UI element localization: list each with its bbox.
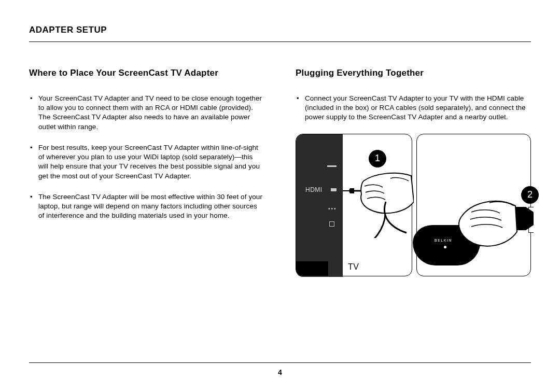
list-item: For best results, keep your ScreenCast T… [29, 143, 264, 181]
left-bullet-list: Your ScreenCast TV Adapter and TV need t… [29, 94, 264, 220]
list-item: The ScreenCast TV Adapter will be most e… [29, 192, 264, 221]
adapter-led-icon [444, 246, 446, 248]
page-number: 4 [29, 368, 531, 376]
section-header: ADAPTER SETUP [29, 25, 531, 35]
tv-label: TV [348, 262, 359, 272]
svg-rect-1 [531, 212, 534, 215]
footer-rule [29, 362, 531, 363]
svg-rect-2 [531, 221, 534, 224]
tv-base [296, 261, 328, 276]
left-column: Where to Place Your ScreenCast TV Adapte… [29, 68, 264, 362]
hand-holding-plug-icon [456, 197, 534, 264]
tv-hdmi-port [331, 188, 337, 191]
adapter-brand-label: BELKIN [435, 239, 452, 242]
right-column: Plugging Everything Together Connect you… [296, 68, 531, 362]
page-footer: 4 [29, 362, 531, 376]
content-columns: Where to Place Your ScreenCast TV Adapte… [29, 68, 531, 362]
hdmi-label: HDMI [305, 186, 323, 193]
list-item: Connect your ScreenCast TV Adapter to yo… [296, 94, 531, 122]
tv-port-icon [329, 221, 334, 227]
list-item: Your ScreenCast TV Adapter and TV need t… [29, 94, 264, 132]
step-badge-1: 1 [369, 150, 386, 167]
tv-port [327, 165, 337, 167]
setup-diagram: ••• HDMI TV 1 [296, 134, 531, 276]
diagram-panel-power: 2 BELKIN [416, 134, 531, 276]
tv-ports-icon: ••• [328, 206, 337, 212]
step-badge-2: 2 [521, 186, 539, 204]
right-bullet-list: Connect your ScreenCast TV Adapter to yo… [296, 94, 531, 122]
left-section-title: Where to Place Your ScreenCast TV Adapte… [29, 68, 264, 78]
diagram-panel-hdmi: ••• HDMI TV 1 [296, 134, 412, 276]
right-section-title: Plugging Everything Together [296, 68, 531, 78]
header-rule [29, 41, 531, 42]
hand-plugging-hdmi-icon [339, 165, 414, 238]
